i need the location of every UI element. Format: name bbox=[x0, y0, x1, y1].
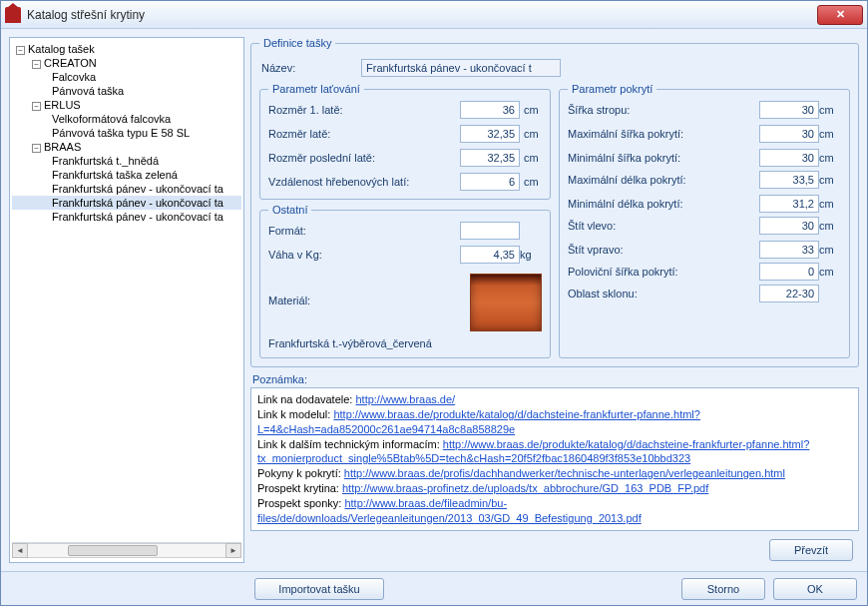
unit-cm: cm bbox=[819, 128, 841, 140]
label-nazev: Název: bbox=[261, 62, 341, 74]
ok-button[interactable]: OK bbox=[773, 578, 857, 600]
label-p3: Minimální šířka pokrytí: bbox=[568, 152, 759, 164]
unit-cm: cm bbox=[819, 152, 841, 164]
unit-cm: cm bbox=[819, 220, 841, 232]
label-r4: Vzdálenost hřebenových latí: bbox=[268, 176, 460, 188]
label-p7: Štít vpravo: bbox=[568, 244, 759, 256]
input-format[interactable] bbox=[460, 222, 520, 240]
label-p5: Minimální délka pokrytí: bbox=[568, 198, 759, 210]
input-p9[interactable] bbox=[759, 285, 819, 303]
scroll-thumb[interactable] bbox=[68, 545, 158, 556]
unit-cm: cm bbox=[819, 198, 841, 210]
label-format: Formát: bbox=[268, 225, 460, 237]
material-text: Frankfurtská t.-výběrová_červená bbox=[268, 337, 542, 349]
scroll-left-icon[interactable]: ◄ bbox=[12, 543, 28, 558]
collapse-icon[interactable]: − bbox=[32, 60, 41, 69]
legend-ostatni: Ostatní bbox=[268, 204, 311, 216]
input-p5[interactable] bbox=[759, 195, 819, 213]
tree-node-erlus[interactable]: −ERLUS bbox=[12, 98, 241, 112]
tree-leaf[interactable]: Pánvová taška typu E 58 SL bbox=[12, 126, 241, 140]
tree-node-braas[interactable]: −BRAAS bbox=[12, 140, 241, 154]
label-p8: Poloviční šířka pokrytí: bbox=[568, 266, 759, 278]
note-box: Link na dodavatele: http://www.braas.de/… bbox=[250, 387, 859, 531]
unit-cm: cm bbox=[520, 104, 542, 116]
footer-bar: Importovat tašku Storno OK bbox=[1, 571, 867, 605]
label-vaha: Váha v Kg: bbox=[268, 249, 460, 261]
link-dodavatel[interactable]: http://www.braas.de/ bbox=[355, 393, 455, 405]
fieldset-definice: Definice tašky Název: Parametr laťování … bbox=[250, 37, 859, 367]
link-pokyny[interactable]: http://www.braas.de/profis/dachhandwerke… bbox=[344, 467, 785, 479]
tree-leaf[interactable]: Frankfurtská pánev - ukončovací ta bbox=[12, 210, 241, 224]
label-material: Materiál: bbox=[268, 295, 460, 306]
tree-node-creaton[interactable]: −CREATON bbox=[12, 56, 241, 70]
poznamka-section: Poznámka: Link na dodavatele: http://www… bbox=[250, 371, 859, 531]
input-r3[interactable] bbox=[460, 149, 520, 167]
unit-cm: cm bbox=[819, 104, 841, 116]
tree-panel: −Katalog tašek −CREATON Falcovka Pánvová… bbox=[9, 37, 244, 563]
close-button[interactable]: ✕ bbox=[817, 5, 863, 25]
titlebar: Katalog střešní krytiny ✕ bbox=[1, 1, 867, 29]
unit-kg: kg bbox=[520, 249, 542, 261]
input-p6[interactable] bbox=[759, 217, 819, 235]
input-p3[interactable] bbox=[759, 149, 819, 167]
fieldset-latovani: Parametr laťování Rozměr 1. latě: cm Roz… bbox=[259, 83, 551, 200]
fieldset-pokryti: Parametr pokrytí Šířka stropu: cm Maximá… bbox=[559, 83, 850, 358]
input-r1[interactable] bbox=[460, 101, 520, 119]
unit-cm: cm bbox=[520, 176, 542, 188]
legend-latovani: Parametr laťování bbox=[268, 83, 364, 95]
input-p4[interactable] bbox=[759, 171, 819, 189]
input-r4[interactable] bbox=[460, 173, 520, 191]
input-nazev[interactable] bbox=[361, 59, 561, 77]
unit-cm: cm bbox=[520, 152, 542, 164]
import-button[interactable]: Importovat tašku bbox=[254, 578, 384, 600]
prevzit-button[interactable]: Převzít bbox=[769, 539, 853, 561]
app-icon bbox=[5, 7, 21, 23]
unit-cm: cm bbox=[520, 128, 542, 140]
label-r2: Rozměr latě: bbox=[268, 128, 460, 140]
label-poznamka: Poznámka: bbox=[250, 371, 859, 387]
scroll-right-icon[interactable]: ► bbox=[225, 543, 241, 558]
label-p9: Oblast sklonu: bbox=[568, 288, 759, 300]
tree-horizontal-scrollbar[interactable]: ◄ ► bbox=[12, 542, 241, 558]
tree-leaf[interactable]: Frankfurtská pánev - ukončovací ta bbox=[12, 182, 241, 196]
tree-leaf[interactable]: Falcovka bbox=[12, 70, 241, 84]
input-p7[interactable] bbox=[759, 241, 819, 259]
legend-definice: Definice tašky bbox=[259, 37, 335, 49]
input-p2[interactable] bbox=[759, 125, 819, 143]
label-r3: Rozměr poslední latě: bbox=[268, 152, 460, 164]
label-p6: Štít vlevo: bbox=[568, 220, 759, 232]
window-title: Katalog střešní krytiny bbox=[27, 8, 145, 22]
scroll-track[interactable] bbox=[28, 543, 225, 558]
legend-pokryti: Parametr pokrytí bbox=[568, 83, 656, 95]
tree-scroll[interactable]: −Katalog tašek −CREATON Falcovka Pánvová… bbox=[12, 42, 241, 542]
unit-cm: cm bbox=[819, 244, 841, 256]
input-p1[interactable] bbox=[759, 101, 819, 119]
tree-leaf[interactable]: Frankfurtská t._hnědá bbox=[12, 154, 241, 168]
tree-leaf-selected[interactable]: Frankfurtská pánev - ukončovací ta bbox=[12, 196, 241, 210]
unit-cm: cm bbox=[819, 266, 841, 278]
storno-button[interactable]: Storno bbox=[681, 578, 765, 600]
label-r1: Rozměr 1. latě: bbox=[268, 104, 460, 116]
label-p2: Maximální šířka pokrytí: bbox=[568, 128, 759, 140]
tree-leaf[interactable]: Frankfurtská taška zelená bbox=[12, 168, 241, 182]
collapse-icon[interactable]: − bbox=[32, 144, 41, 153]
input-vaha[interactable] bbox=[460, 246, 520, 264]
link-prospekt-krytina[interactable]: http://www.braas-profinetz.de/uploads/tx… bbox=[342, 482, 708, 494]
collapse-icon[interactable]: − bbox=[16, 46, 25, 55]
right-panel: Definice tašky Název: Parametr laťování … bbox=[250, 37, 859, 563]
unit-cm: cm bbox=[819, 174, 841, 186]
tree-root[interactable]: −Katalog tašek bbox=[12, 42, 241, 56]
body-area: −Katalog tašek −CREATON Falcovka Pánvová… bbox=[1, 29, 867, 571]
app-window: Katalog střešní krytiny ✕ −Katalog tašek… bbox=[0, 0, 868, 606]
input-r2[interactable] bbox=[460, 125, 520, 143]
tree-leaf[interactable]: Velkoformátová falcovka bbox=[12, 112, 241, 126]
input-p8[interactable] bbox=[759, 263, 819, 281]
label-p1: Šířka stropu: bbox=[568, 104, 759, 116]
label-p4: Maximální délka pokrytí: bbox=[568, 174, 759, 186]
material-image bbox=[470, 274, 542, 331]
collapse-icon[interactable]: − bbox=[32, 102, 41, 111]
fieldset-ostatni: Ostatní Formát: Váha v Kg: kg Materiál: bbox=[259, 204, 551, 358]
tree-leaf[interactable]: Pánvová taška bbox=[12, 84, 241, 98]
